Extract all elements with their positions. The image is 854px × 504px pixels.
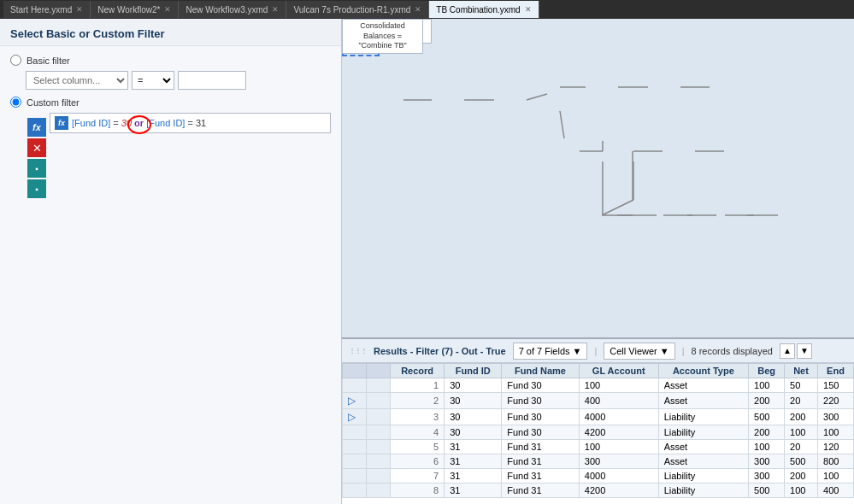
results-panel: ⋮⋮⋮ Results - Filter (7) - Out - True 7 … (342, 337, 854, 504)
fields-button[interactable]: 7 of 7 Fields ▼ (513, 343, 588, 360)
table-cell: 100 (749, 440, 785, 454)
table-cell: Fund 30 (502, 393, 580, 409)
table-row: 430Fund 304200Liability200100100 (343, 425, 854, 440)
table-cell: 300 (749, 469, 785, 483)
viewer-button[interactable]: Cell Viewer ▼ (604, 343, 674, 360)
row-icon-cell (343, 440, 367, 454)
table-cell: Liability (658, 409, 748, 425)
row-select-cell (367, 454, 391, 469)
table-cell: 31 (445, 469, 502, 483)
row-select-cell (367, 378, 391, 393)
dropdown-arrow-icon: ▼ (573, 346, 582, 356)
table-cell: 8 (391, 483, 445, 498)
tab-close-icon[interactable]: ✕ (164, 5, 171, 14)
column-select[interactable]: Select column... (26, 71, 128, 90)
custom-filter-row: Custom filter (10, 97, 331, 108)
row-icon-cell: ▷ (343, 409, 367, 425)
table-cell: Fund 31 (502, 440, 580, 454)
row-icon-cell (343, 483, 367, 498)
table-cell: Fund 31 (502, 454, 580, 469)
row-select-cell (367, 483, 391, 498)
expression-box[interactable]: fx [Fund ID] = 30 or [Fund ID] = 31 (50, 113, 331, 133)
basic-filter-row: Basic filter (10, 55, 331, 66)
sort-down-button[interactable]: ▼ (797, 343, 812, 359)
block2-icon-btn[interactable]: ▪ (27, 179, 46, 198)
custom-filter-area: fx ✕ ▪ ▪ fx [Fund ID] = 30 or [Fund ID] … (26, 113, 331, 198)
table-cell: 1 (391, 378, 445, 393)
table-cell: 30 (445, 393, 502, 409)
table-cell: 30 (445, 409, 502, 425)
table-cell: 20 (785, 440, 818, 454)
sort-up-button[interactable]: ▲ (780, 343, 795, 359)
table-cell: 4200 (579, 483, 658, 498)
tab-close-icon[interactable]: ✕ (76, 5, 83, 14)
table-cell: 31 (445, 483, 502, 498)
block-icon-btn[interactable]: ▪ (27, 159, 46, 178)
table-cell: 30 (445, 425, 502, 440)
table-cell: 800 (818, 454, 854, 469)
tab-close-icon[interactable]: ✕ (415, 5, 421, 14)
tab-close-icon[interactable]: ✕ (272, 5, 279, 14)
table-cell: 100 (749, 378, 785, 393)
row-icon-cell: ▷ (343, 393, 367, 409)
value-input[interactable] (178, 71, 246, 90)
row-icon-cell (343, 378, 367, 393)
table-cell: 100 (785, 425, 818, 440)
tab-start-here[interactable]: Start Here.yxmd ✕ (3, 1, 91, 18)
th-beg: Beg (749, 364, 785, 378)
formula-icon-btn[interactable]: fx (27, 118, 46, 137)
separator-2: | (682, 346, 685, 356)
table-row: 130Fund 30100Asset10050150 (343, 378, 854, 393)
table-row: ▷330Fund 304000Liability500200300 (343, 409, 854, 425)
table-cell: 400 (579, 393, 658, 409)
row-icon-cell (343, 454, 367, 469)
table-cell: Fund 30 (502, 425, 580, 440)
table-cell: 300 (579, 454, 658, 469)
right-panel: 📖 ✓ A T Σ ⚗ 🔭 [Fund ID] = 29 Consolidate… (342, 19, 854, 504)
delete-icon-btn[interactable]: ✕ (27, 138, 46, 157)
custom-filter-radio[interactable] (10, 97, 21, 108)
table-cell: 30 (445, 378, 502, 393)
row-select-cell (367, 393, 391, 409)
table-cell: 5 (391, 440, 445, 454)
table-cell: 100 (579, 440, 658, 454)
table-cell: 400 (818, 483, 854, 498)
operator-select[interactable]: = (132, 71, 174, 90)
svg-line-6 (560, 111, 564, 138)
panel-title: Select Basic or Custom Filter (0, 19, 341, 46)
th-gl-account: GL Account (579, 364, 658, 378)
tab-vulcan[interactable]: Vulcan 7s Production-R1.yxmd ✕ (286, 1, 429, 18)
table-cell: 4200 (579, 425, 658, 440)
table-cell: 4 (391, 425, 445, 440)
results-header: ⋮⋮⋮ Results - Filter (7) - Out - True 7 … (342, 339, 854, 363)
tab-close-icon[interactable]: ✕ (525, 5, 532, 14)
expr-type-icon: fx (55, 116, 68, 130)
label-consolidated-3: ConsolidatedBalances ="Combine TB" (342, 19, 423, 54)
viewer-dropdown-icon: ▼ (660, 346, 669, 356)
expression-text: [Fund ID] = 30 or [Fund ID] = 31 (72, 118, 206, 128)
table-row: ▷230Fund 30400Asset20020220 (343, 393, 854, 409)
connector-svg (342, 19, 854, 337)
table-cell: 500 (749, 483, 785, 498)
separator-1: | (594, 346, 597, 356)
svg-line-2 (527, 94, 547, 100)
table-cell: 7 (391, 469, 445, 483)
table-cell: 100 (785, 483, 818, 498)
th-record: Record (391, 364, 445, 378)
drag-handle[interactable]: ⋮⋮⋮ (349, 347, 367, 355)
table-cell: 3 (391, 409, 445, 425)
table-cell: 100 (818, 425, 854, 440)
table-cell: 4000 (579, 409, 658, 425)
tab-tb-combination[interactable]: TB Combination.yxmd ✕ (429, 1, 539, 18)
table-cell: 6 (391, 454, 445, 469)
basic-filter-radio[interactable] (10, 55, 21, 66)
tab-new-workflow3[interactable]: New Workflow3.yxmd ✕ (179, 1, 286, 18)
table-cell: 100 (818, 469, 854, 483)
results-title: Results - Filter (7) - Out - True (374, 346, 506, 356)
sort-arrows: ▲ ▼ (780, 343, 812, 359)
table-cell: 200 (749, 425, 785, 440)
table-row: 831Fund 314200Liability500100400 (343, 483, 854, 498)
left-panel: Select Basic or Custom Filter Basic filt… (0, 19, 342, 504)
tab-new-workflow2[interactable]: New Workflow2* ✕ (91, 1, 179, 18)
table-cell: Asset (658, 378, 748, 393)
